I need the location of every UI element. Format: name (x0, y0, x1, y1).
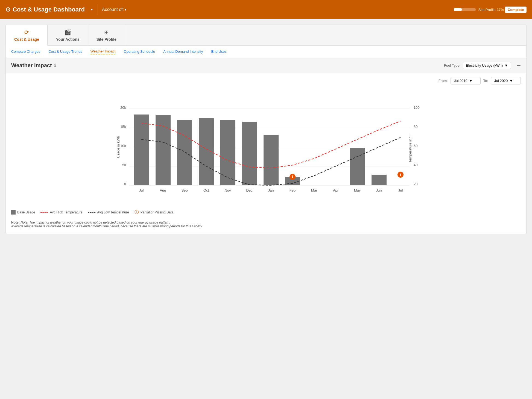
header-title: ⊙ Cost & Usage Dashboard (5, 6, 90, 13)
svg-text:Apr: Apr (333, 188, 339, 192)
partial-icon: ⓘ (135, 209, 139, 215)
bar-nov (220, 120, 235, 185)
sub-tab-compare-charges[interactable]: Compare Charges (11, 49, 40, 54)
site-profile-progress-fill (454, 8, 462, 11)
svg-text:Usage in kWh: Usage in kWh (116, 136, 120, 158)
note-section: Note: Note: The impact of weather on you… (6, 218, 526, 234)
chart-svg-container: 0 5k 10k 15k 20k 20 40 60 80 100 Tempera… (11, 88, 521, 204)
legend: Base Usage Avg High Temperature Avg Low … (6, 207, 526, 218)
svg-text:Feb: Feb (290, 188, 296, 192)
legend-base-usage: Base Usage (11, 210, 35, 215)
your-actions-icon: 🎬 (64, 29, 71, 36)
bar-sep (177, 120, 192, 185)
svg-text:20: 20 (414, 182, 417, 186)
svg-text:Sep: Sep (181, 188, 188, 192)
account-dropdown[interactable]: ▼ (124, 8, 127, 11)
tab-your-actions-label: Your Actions (56, 37, 80, 42)
info-icon[interactable]: ℹ (54, 63, 56, 68)
legend-partial: ⓘ Partial or Missing Data (135, 209, 174, 215)
to-label: To: (483, 79, 488, 83)
menu-icon[interactable]: ☰ (516, 63, 521, 69)
svg-text:Jul: Jul (398, 188, 403, 192)
site-profile-icon: ⊞ (104, 29, 109, 36)
tab-site-profile-label: Site Profile (97, 37, 116, 42)
bar-jul (134, 115, 149, 185)
from-label: From: (439, 79, 448, 83)
chevron-down-icon-from: ▼ (469, 79, 473, 83)
chart-header: Weather Impact ℹ Fuel Type Electricity U… (6, 58, 526, 73)
partial-text-jul2: i (400, 172, 401, 177)
partial-text-feb: i (292, 175, 293, 179)
from-date-select[interactable]: Jul 2019 ▼ (451, 77, 481, 84)
legend-avg-low: Avg Low Temperature (88, 210, 129, 214)
svg-text:60: 60 (414, 144, 417, 148)
legend-avg-high: Avg High Temperature (40, 210, 82, 214)
svg-text:Nov: Nov (224, 188, 231, 192)
svg-text:Jan: Jan (268, 188, 274, 192)
chevron-down-icon: ▼ (90, 8, 93, 11)
svg-text:Mar: Mar (311, 188, 317, 192)
tab-cost-usage[interactable]: ⟳ Cost & Usage (6, 25, 48, 46)
header: ⊙ Cost & Usage Dashboard ▼ Account of: ▼… (0, 0, 532, 19)
header-title-dropdown[interactable]: ▼ (90, 8, 93, 11)
note-line2: Average temperature is calculated based … (11, 224, 521, 228)
svg-text:Jun: Jun (376, 188, 382, 192)
chevron-down-icon-to: ▼ (509, 79, 513, 83)
site-profile-progress-bar (454, 8, 476, 11)
svg-text:10k: 10k (120, 144, 126, 148)
to-date-select[interactable]: Jul 2020 ▼ (491, 77, 521, 84)
chart-area: 0 5k 10k 15k 20k 20 40 60 80 100 Tempera… (6, 88, 526, 207)
dashboard-icon: ⊙ (5, 6, 10, 13)
svg-text:5k: 5k (122, 163, 126, 167)
legend-avg-low-line (88, 212, 95, 213)
bar-aug (156, 115, 171, 185)
svg-text:40: 40 (414, 163, 417, 167)
svg-text:May: May (354, 188, 361, 192)
bar-jul2 (372, 175, 387, 185)
sub-tab-end-uses[interactable]: End Uses (211, 49, 227, 54)
bar-jun (350, 148, 365, 185)
chart-title: Weather Impact ℹ (11, 62, 56, 69)
header-divider (98, 4, 98, 15)
bar-oct (199, 118, 214, 185)
header-right: Site Profile 37% Complete (454, 7, 527, 13)
bar-dec (242, 122, 257, 185)
site-profile-percent: 37% (497, 8, 504, 12)
svg-text:Dec: Dec (246, 188, 253, 192)
svg-text:Oct: Oct (203, 188, 209, 192)
legend-base-usage-box (11, 210, 16, 215)
tab-your-actions[interactable]: 🎬 Your Actions (48, 25, 88, 45)
legend-avg-high-line (40, 212, 48, 213)
bar-jan (264, 135, 279, 185)
svg-text:Temperature in °F: Temperature in °F (408, 134, 412, 163)
sub-tabs-row: Compare Charges Cost & Usage Trends Weat… (6, 46, 526, 58)
fuel-type-select[interactable]: Electricity Usage (kWh) ▼ (463, 62, 511, 69)
cost-usage-icon: ⟳ (24, 29, 29, 36)
sub-tab-annual-demand-intensity[interactable]: Annual Demand Intensity (163, 49, 203, 54)
svg-text:80: 80 (414, 125, 417, 129)
tab-site-profile[interactable]: ⊞ Site Profile (88, 25, 125, 45)
note-line1: Note: Note: The impact of weather on you… (11, 221, 521, 224)
svg-text:0: 0 (124, 182, 126, 186)
date-range-row: From: Jul 2019 ▼ To: Jul 2020 ▼ (6, 73, 526, 88)
chevron-down-icon-2: ▼ (124, 8, 127, 11)
fuel-type-label: Fuel Type (444, 63, 460, 68)
chevron-down-icon-fuel: ▼ (504, 63, 508, 68)
header-account: Account of: (102, 7, 124, 12)
svg-text:Aug: Aug (160, 188, 166, 192)
site-profile-label: Site Profile (478, 8, 496, 12)
chart-controls: Fuel Type Electricity Usage (kWh) ▼ ☰ (444, 62, 521, 69)
complete-badge: Complete (505, 7, 527, 13)
sub-tab-weather-impact[interactable]: Weather Impact (90, 49, 116, 54)
main-container: ⟳ Cost & Usage 🎬 Your Actions ⊞ Site Pro… (5, 25, 527, 234)
tabs-row: ⟳ Cost & Usage 🎬 Your Actions ⊞ Site Pro… (6, 25, 526, 46)
sub-tab-cost-usage-trends[interactable]: Cost & Usage Trends (48, 49, 82, 54)
weather-chart-svg: 0 5k 10k 15k 20k 20 40 60 80 100 Tempera… (11, 88, 521, 203)
svg-text:20k: 20k (120, 105, 126, 110)
sub-tab-operating-schedule[interactable]: Operating Schedule (124, 49, 155, 54)
svg-text:Jul: Jul (139, 188, 144, 192)
tab-cost-usage-label: Cost & Usage (14, 37, 39, 42)
svg-text:15k: 15k (120, 125, 126, 129)
svg-text:100: 100 (414, 105, 420, 110)
